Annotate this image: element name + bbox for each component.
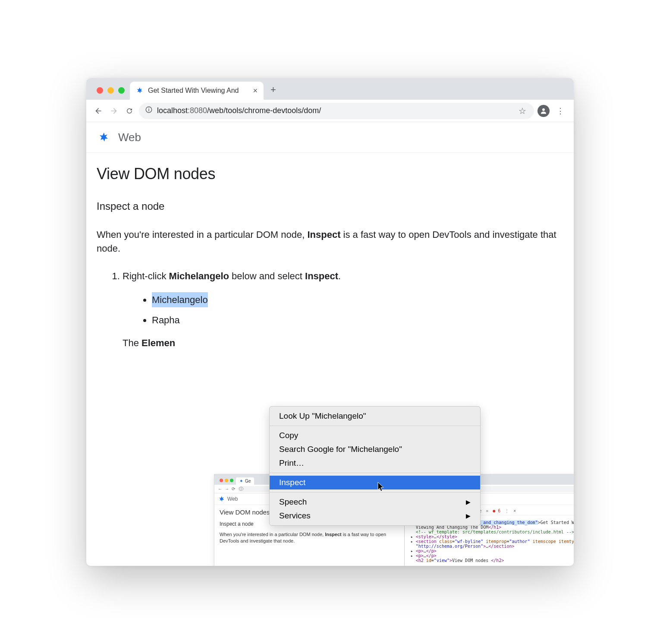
browser-menu-icon[interactable]: ⋮ xyxy=(553,106,568,116)
browser-window: Get Started With Viewing And × + localho… xyxy=(86,78,574,566)
tab-close-icon[interactable]: × xyxy=(253,86,258,95)
svg-rect-1 xyxy=(148,109,149,111)
close-window-button[interactable] xyxy=(97,87,103,94)
tab-strip: Get Started With Viewing And × + xyxy=(86,78,574,100)
nested-window-controls xyxy=(217,479,236,485)
page-subheading: Inspect a node xyxy=(97,200,563,212)
svg-rect-2 xyxy=(148,108,149,109)
svg-point-3 xyxy=(542,108,545,111)
nested-tab: Ge xyxy=(236,477,254,485)
new-tab-button[interactable]: + xyxy=(264,84,283,100)
back-button[interactable] xyxy=(92,105,104,117)
reload-button[interactable] xyxy=(123,105,135,117)
context-menu-item-lookup[interactable]: Look Up "Michelangelo" xyxy=(270,409,480,423)
list-item[interactable]: Rapha xyxy=(152,313,563,328)
context-menu-item-speech[interactable]: Speech ▶ xyxy=(270,495,480,509)
page-content: View DOM nodes Inspect a node When you'r… xyxy=(86,153,574,370)
list-item: Michelangelo xyxy=(152,292,563,307)
profile-avatar-icon[interactable] xyxy=(537,105,550,117)
context-menu-separator xyxy=(270,492,480,492)
bookmark-star-icon[interactable]: ☆ xyxy=(519,106,528,116)
nested-paragraph: When you're interested in a particular D… xyxy=(220,531,399,545)
step-followup: The Elemen xyxy=(123,335,563,350)
mouse-cursor-icon xyxy=(377,482,385,494)
site-header: Web xyxy=(86,122,574,153)
favicon-asterisk-icon xyxy=(136,87,144,95)
context-menu-item-services[interactable]: Services ▶ xyxy=(270,509,480,523)
selected-text-michelangelo[interactable]: Michelangelo xyxy=(152,292,208,307)
maximize-window-button[interactable] xyxy=(118,87,125,94)
context-menu-item-search[interactable]: Search Google for "Michelangelo" xyxy=(270,442,480,456)
minimize-window-button[interactable] xyxy=(107,87,114,94)
context-menu-item-copy[interactable]: Copy xyxy=(270,429,480,442)
intro-paragraph: When you're interested in a particular D… xyxy=(97,228,563,256)
step-1: Right-click Michelangelo below and selec… xyxy=(123,268,563,351)
forward-button[interactable] xyxy=(108,105,120,117)
devtools-error-badge: ● 6 xyxy=(493,508,500,513)
url-text: localhost:8080/web/tools/chrome-devtools… xyxy=(157,106,321,115)
tab-title: Get Started With Viewing And xyxy=(148,87,248,95)
context-menu: Look Up "Michelangelo" Copy Search Googl… xyxy=(269,406,481,526)
browser-tab[interactable]: Get Started With Viewing And × xyxy=(130,82,264,100)
submenu-arrow-icon: ▶ xyxy=(466,499,471,505)
window-controls xyxy=(91,87,130,100)
context-menu-item-inspect[interactable]: Inspect xyxy=(270,476,480,489)
context-menu-separator xyxy=(270,426,480,426)
submenu-arrow-icon: ▶ xyxy=(466,512,471,519)
site-title: Web xyxy=(118,131,141,144)
steps-list: Right-click Michelangelo below and selec… xyxy=(97,268,563,351)
site-info-icon[interactable] xyxy=(145,106,153,116)
address-bar[interactable]: localhost:8080/web/tools/chrome-devtools… xyxy=(139,103,534,119)
names-list: Michelangelo Rapha xyxy=(123,292,563,328)
context-menu-item-print[interactable]: Print… xyxy=(270,456,480,470)
browser-toolbar: localhost:8080/web/tools/chrome-devtools… xyxy=(86,100,574,122)
page-heading: View DOM nodes xyxy=(97,165,563,183)
site-logo-asterisk-icon xyxy=(97,130,111,145)
context-menu-separator xyxy=(270,473,480,473)
